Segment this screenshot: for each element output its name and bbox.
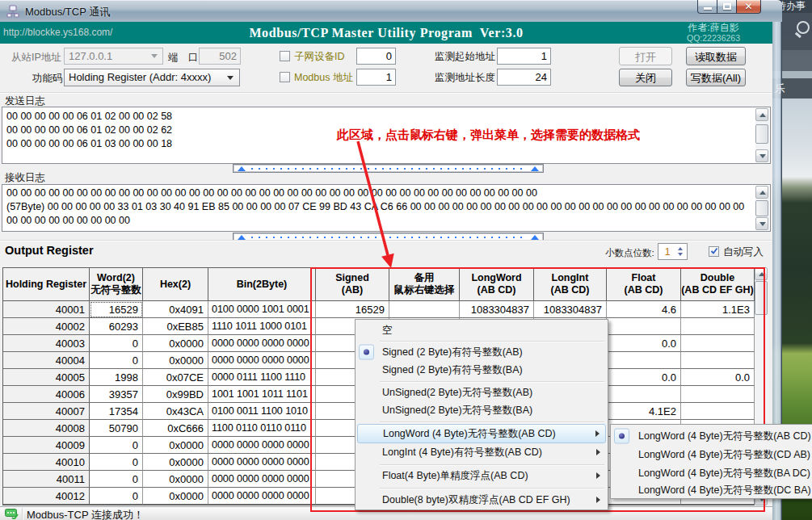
table-cell[interactable]: 0xEB85 bbox=[143, 318, 208, 335]
table-cell[interactable] bbox=[607, 386, 681, 403]
table-cell[interactable]: 0.0 bbox=[607, 369, 681, 386]
column-header[interactable]: Bin(2Byte) bbox=[208, 268, 316, 301]
table-cell[interactable]: 60293 bbox=[90, 318, 143, 335]
menu-item[interactable]: LongWord (4 Byte)无符号整数(AB CD) bbox=[357, 424, 606, 443]
table-cell[interactable]: 40011 bbox=[3, 471, 90, 488]
table-cell[interactable] bbox=[681, 403, 755, 420]
table-cell[interactable]: 0x4091 bbox=[143, 301, 208, 318]
recv-log-scrollbar[interactable] bbox=[755, 186, 769, 230]
table-cell[interactable]: 50790 bbox=[90, 420, 143, 437]
subnet-checkbox[interactable] bbox=[280, 51, 290, 61]
table-cell[interactable]: 0000 0000 0000 0000 bbox=[208, 454, 316, 471]
open-button[interactable]: 打开 bbox=[619, 47, 672, 65]
subnet-id-input[interactable]: 0 bbox=[356, 48, 396, 65]
column-header[interactable]: LongInt(AB CD) bbox=[534, 268, 607, 301]
spinner-up-icon[interactable] bbox=[678, 247, 683, 250]
table-cell[interactable]: 0x43CA bbox=[143, 403, 208, 420]
title-bar[interactable]: Modbus/TCP 通讯 ✕ bbox=[0, 0, 782, 22]
column-header[interactable]: Hex(2) bbox=[143, 268, 208, 301]
table-cell[interactable]: 17354 bbox=[90, 403, 143, 420]
column-header[interactable]: Double(AB CD EF GH) bbox=[681, 268, 755, 301]
table-cell[interactable]: 16529 bbox=[90, 301, 143, 318]
close-button[interactable]: ✕ bbox=[736, 0, 761, 14]
table-cell[interactable]: 0 bbox=[90, 335, 143, 352]
table-cell[interactable]: 0x0000 bbox=[143, 454, 208, 471]
menu-item[interactable]: 空 bbox=[357, 321, 606, 339]
table-cell[interactable] bbox=[681, 335, 755, 352]
table-cell[interactable]: 1001 1001 1011 1101 bbox=[208, 386, 316, 403]
table-cell[interactable]: 0x07CE bbox=[143, 369, 208, 386]
menu-item[interactable]: Double(8 byte)双精度浮点(AB CD EF GH) bbox=[357, 490, 606, 510]
modbus-address-input[interactable]: 1 bbox=[356, 69, 396, 86]
length-input[interactable]: 24 bbox=[497, 69, 551, 86]
minimize-button[interactable] bbox=[697, 0, 717, 14]
table-cell[interactable] bbox=[389, 301, 460, 318]
column-header[interactable]: Signed(AB) bbox=[316, 268, 389, 301]
table-cell[interactable]: 0000 0000 0000 0000 bbox=[208, 437, 316, 454]
table-cell[interactable] bbox=[681, 318, 755, 335]
scroll-up-button[interactable] bbox=[755, 108, 768, 121]
table-cell[interactable] bbox=[681, 352, 755, 369]
search-icon[interactable] bbox=[797, 21, 810, 34]
table-cell[interactable]: 16529 bbox=[316, 301, 389, 318]
table-cell[interactable]: 40006 bbox=[3, 386, 90, 403]
table-cell[interactable]: 40008 bbox=[3, 420, 90, 437]
table-cell[interactable]: 0x0000 bbox=[143, 437, 208, 454]
submenu-item[interactable]: LongWord (4 Byte)无符号整数(CD AB) bbox=[612, 445, 812, 463]
table-cell[interactable]: 0 bbox=[90, 488, 143, 505]
table-cell[interactable]: 4.6 bbox=[607, 301, 681, 318]
table-cell[interactable]: 1998 bbox=[90, 369, 143, 386]
table-cell[interactable]: 0x0000 bbox=[143, 488, 208, 505]
table-cell[interactable]: 40007 bbox=[3, 403, 90, 420]
decimals-spinner[interactable]: 1 bbox=[658, 243, 688, 260]
function-code-combobox[interactable]: Holding Register (Addr: 4xxxx) bbox=[64, 69, 240, 86]
table-cell[interactable]: 0.0 bbox=[681, 369, 755, 386]
autowrite-checkbox[interactable] bbox=[709, 246, 719, 257]
table-cell[interactable]: 1110 1011 1000 0101 bbox=[208, 318, 316, 335]
maximize-button[interactable] bbox=[717, 0, 737, 14]
table-cell[interactable]: 0 bbox=[90, 471, 143, 488]
menu-item[interactable]: Float(4 Byte)单精度浮点(AB CD) bbox=[357, 467, 606, 484]
scroll-down-button[interactable] bbox=[755, 217, 768, 230]
scroll-thumb[interactable] bbox=[755, 124, 768, 144]
table-cell[interactable]: 0 bbox=[90, 437, 143, 454]
table-cell[interactable]: 0 bbox=[90, 352, 143, 369]
table-cell[interactable]: 0 bbox=[90, 454, 143, 471]
modbus-address-checkbox[interactable] bbox=[280, 72, 290, 82]
table-cell[interactable] bbox=[607, 318, 681, 335]
table-cell[interactable]: 1.1E3 bbox=[681, 301, 755, 318]
table-cell[interactable]: 0100 0000 1001 0001 bbox=[208, 301, 316, 318]
menu-item[interactable]: Signed (2 Byte)有符号整数(AB) bbox=[357, 343, 606, 361]
table-cell[interactable]: 0.0 bbox=[607, 335, 681, 352]
send-log-hscroll[interactable] bbox=[233, 164, 544, 173]
table-cell[interactable]: 40001 bbox=[3, 301, 90, 318]
submenu-item[interactable]: LongWord (4 Byte)无符号整数(DC BA) bbox=[612, 482, 812, 498]
table-cell[interactable]: 1100 0110 0110 0110 bbox=[208, 420, 316, 437]
column-header[interactable]: Holding Register bbox=[3, 268, 90, 301]
start-address-input[interactable]: 1 bbox=[497, 48, 551, 65]
menu-item[interactable]: LongInt (4 Byte)有符号整数(AB CD) bbox=[357, 443, 606, 461]
table-cell[interactable]: 39357 bbox=[90, 386, 143, 403]
menu-item[interactable]: UnSigned(2 Byte)无符号整数(BA) bbox=[357, 401, 606, 419]
table-cell[interactable]: 40012 bbox=[3, 488, 90, 505]
send-log-box[interactable]: 00 00 00 00 00 06 01 02 00 00 02 5800 00… bbox=[2, 107, 771, 164]
scroll-thumb[interactable] bbox=[755, 281, 768, 315]
scroll-down-button[interactable] bbox=[755, 149, 768, 162]
table-cell[interactable]: 0x0000 bbox=[143, 352, 208, 369]
close-conn-button[interactable]: 关闭 bbox=[619, 69, 672, 86]
table-cell[interactable]: 0000 0111 1100 1110 bbox=[208, 369, 316, 386]
table-cell[interactable]: 0000 0000 0000 0000 bbox=[208, 352, 316, 369]
table-cell[interactable]: 40010 bbox=[3, 454, 90, 471]
menu-item[interactable]: Signed (2 Byte)有符号整数(BA) bbox=[357, 361, 606, 379]
table-cell[interactable]: 0xC666 bbox=[143, 420, 208, 437]
column-header[interactable]: Float(AB CD) bbox=[607, 268, 681, 301]
table-cell[interactable]: 0000 0000 0000 0000 bbox=[208, 471, 316, 488]
table-cell[interactable]: 0x99BD bbox=[143, 386, 208, 403]
submenu-item[interactable]: LongWord (4 Byte)无符号整数(AB CD) bbox=[612, 426, 812, 445]
scroll-thumb[interactable] bbox=[755, 200, 768, 216]
write-data-button[interactable]: 写数据(All) bbox=[686, 69, 746, 86]
scroll-up-button[interactable] bbox=[755, 267, 768, 280]
scroll-up-button[interactable] bbox=[755, 186, 768, 199]
table-cell[interactable]: 0x0000 bbox=[143, 471, 208, 488]
send-log-scrollbar[interactable] bbox=[755, 108, 769, 162]
